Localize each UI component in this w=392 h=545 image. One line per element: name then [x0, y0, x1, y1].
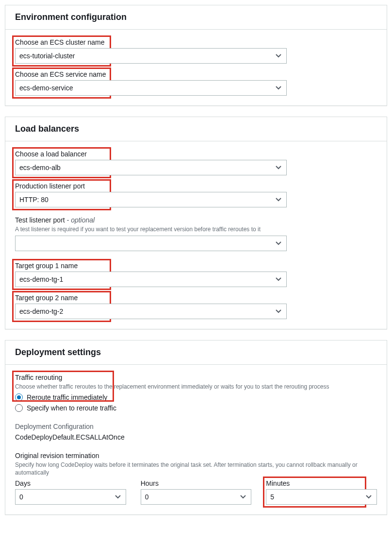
days-select[interactable]: 0	[15, 489, 126, 505]
tg1-label: Target group 1 name	[15, 262, 377, 270]
service-name-select[interactable]: ecs-demo-service	[15, 80, 287, 96]
deploy-config-label: Deployment Configuration	[15, 423, 377, 430]
dropdown-caret-icon	[276, 86, 281, 90]
minutes-select[interactable]: 5	[266, 489, 377, 505]
prod-port-label: Production listener port	[15, 182, 377, 190]
dropdown-caret-icon	[366, 495, 372, 499]
deployment-settings-panel: Deployment settings Traffic rerouting Ch…	[5, 340, 387, 515]
dropdown-caret-icon	[276, 198, 281, 202]
days-label: Days	[15, 479, 126, 487]
env-panel-title: Environment configuration	[5, 5, 387, 30]
term-title: Original revision termination	[15, 452, 377, 460]
test-port-label: Test listener port - optional	[15, 216, 377, 224]
minutes-label: Minutes	[266, 479, 377, 487]
dropdown-caret-icon	[276, 241, 281, 245]
hours-label: Hours	[141, 479, 252, 487]
tg2-select[interactable]: ecs-demo-tg-2	[15, 304, 287, 319]
deploy-panel-title: Deployment settings	[5, 341, 387, 365]
lb-panel-title: Load balancers	[5, 117, 387, 141]
load-balancer-label: Choose a load balancer	[15, 150, 377, 158]
traffic-rerouting-title: Traffic rerouting	[15, 374, 377, 381]
dropdown-caret-icon	[240, 495, 246, 499]
hours-select[interactable]: 0	[141, 489, 252, 505]
load-balancers-panel: Load balancers Choose a load balancer ec…	[5, 117, 387, 329]
dropdown-caret-icon	[276, 309, 281, 313]
dropdown-caret-icon	[276, 166, 281, 170]
test-port-select[interactable]	[15, 236, 287, 251]
load-balancer-select[interactable]: ecs-demo-alb	[15, 160, 287, 175]
service-name-label: Choose an ECS service name	[15, 70, 377, 78]
term-hint: Specify how long CodeDeploy waits before…	[15, 461, 377, 477]
tg2-label: Target group 2 name	[15, 294, 377, 302]
deploy-config-value: CodeDeployDefault.ECSALLAtOnce	[15, 433, 377, 441]
radio-checked-icon	[15, 393, 23, 401]
traffic-rerouting-hint: Choose whether traffic reroutes to the r…	[15, 383, 377, 391]
test-port-hint: A test listener is required if you want …	[15, 226, 377, 234]
reroute-immediately-radio[interactable]: Reroute traffic immediately	[15, 393, 377, 401]
tg1-select[interactable]: ecs-demo-tg-1	[15, 272, 287, 287]
reroute-specify-radio[interactable]: Specify when to reroute traffic	[15, 404, 377, 412]
cluster-name-select[interactable]: ecs-tutorial-cluster	[15, 48, 287, 64]
prod-port-select[interactable]: HTTP: 80	[15, 192, 287, 207]
dropdown-caret-icon	[276, 277, 281, 281]
cluster-name-label: Choose an ECS cluster name	[15, 38, 377, 46]
dropdown-caret-icon	[276, 54, 281, 58]
radio-unchecked-icon	[15, 404, 23, 412]
dropdown-caret-icon	[115, 495, 121, 499]
environment-configuration-panel: Environment configuration Choose an ECS …	[5, 5, 387, 106]
